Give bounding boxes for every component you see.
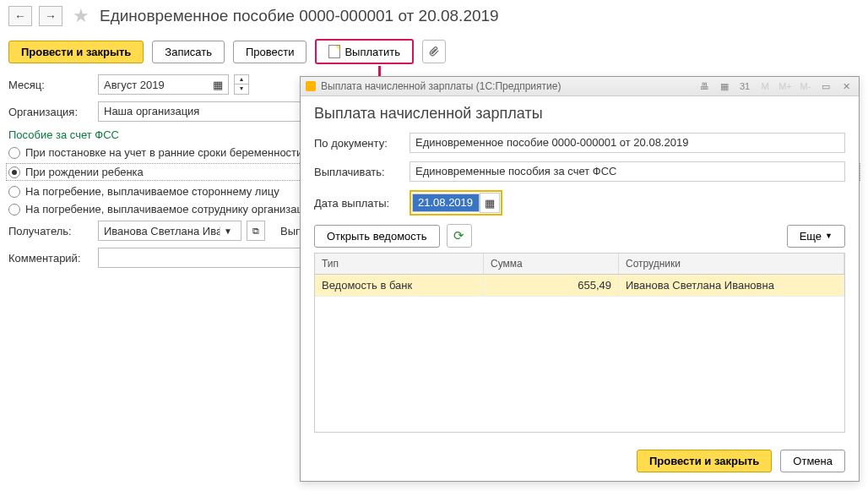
modal-titlebar[interactable]: Выплата начисленной зарплаты (1С:Предпри… [301, 77, 859, 96]
radio-label: На погребение, выплачиваемое сотруднику … [25, 203, 315, 215]
spinner-down-icon[interactable]: ▾ [235, 85, 248, 94]
spinner-up-icon[interactable]: ▴ [235, 75, 248, 85]
favorite-star-icon[interactable]: ★ [73, 5, 90, 27]
org-input[interactable]: Наша организация [98, 101, 312, 122]
nav-back-button[interactable]: ← [8, 6, 32, 26]
cell-type: Ведомость в банк [315, 275, 484, 296]
save-button[interactable]: Записать [152, 41, 225, 63]
recipient-label: Получатель: [8, 225, 93, 237]
app-logo-icon [306, 81, 316, 91]
radio-label: При рождении ребенка [25, 166, 144, 178]
comment-label: Комментарий: [8, 252, 93, 265]
open-list-button[interactable]: Открыть ведомость [314, 225, 440, 248]
refresh-button[interactable]: ⟳ [447, 224, 472, 248]
open-recipient-button[interactable]: ⧉ [247, 221, 265, 241]
memory-mplus-button[interactable]: M+ [778, 79, 793, 93]
more-label: Еще [800, 230, 822, 243]
page-title: Единовременное пособие 0000-000001 от 20… [100, 7, 499, 25]
date-picker-button[interactable]: ▦ [480, 193, 500, 213]
radio-label: При постановке на учет в ранние сроки бе… [25, 146, 302, 159]
table-header: Тип Сумма Сотрудники [315, 254, 844, 275]
chevron-down-icon: ▼ [825, 232, 833, 240]
minimize-icon[interactable]: ▭ [818, 79, 833, 93]
calendar-icon[interactable]: ▦ [213, 79, 223, 91]
doc-input[interactable]: Единовременное пособие 0000-000001 от 20… [410, 133, 845, 153]
calendar-toolbar-icon[interactable]: 31 [737, 79, 752, 93]
date-field-wrap: 21.08.2019 ▦ [410, 190, 502, 215]
modal-window-title: Выплата начисленной зарплаты (1С:Предпри… [321, 80, 561, 92]
dropdown-arrow-icon[interactable]: ▼ [220, 226, 236, 236]
radio-icon [8, 166, 20, 178]
cell-employee: Иванова Светлана Ивановна [619, 275, 844, 296]
payout-modal: Выплата начисленной зарплаты (1С:Предпри… [300, 76, 860, 482]
comment-input[interactable] [98, 248, 312, 268]
payout-table: Тип Сумма Сотрудники Ведомость в банк 65… [314, 253, 845, 433]
month-input[interactable]: Август 2019 ▦ [98, 74, 229, 95]
org-label: Организация: [8, 106, 93, 118]
recipient-input[interactable]: Иванова Светлана Иванов ▼ [98, 221, 241, 241]
modal-heading: Выплата начисленной зарплаты [314, 105, 845, 123]
calc-icon[interactable]: ▦ [717, 79, 732, 93]
post-button[interactable]: Провести [233, 41, 307, 63]
paytype-label: Выплачивать: [314, 166, 403, 178]
document-icon [328, 45, 340, 58]
doc-label: По документу: [314, 137, 403, 150]
radio-icon [8, 186, 20, 198]
more-button[interactable]: Еще ▼ [787, 225, 845, 248]
col-type[interactable]: Тип [315, 254, 484, 274]
radio-icon [8, 147, 20, 159]
radio-label: На погребение, выплачиваемое стороннему … [25, 185, 279, 198]
pay-button[interactable]: Выплатить [315, 39, 414, 64]
memory-mminus-button[interactable]: M- [798, 79, 813, 93]
print-icon[interactable]: 🖶 [697, 79, 712, 93]
post-and-close-button[interactable]: Провести и закрыть [8, 41, 144, 63]
paytype-input[interactable]: Единовременные пособия за счет ФСС [410, 161, 845, 182]
nav-forward-button[interactable]: → [39, 6, 62, 26]
memory-m-button[interactable]: M [757, 79, 773, 93]
month-spinner[interactable]: ▴ ▾ [234, 74, 249, 95]
pay-button-label: Выплатить [344, 46, 400, 58]
cell-sum: 655,49 [484, 275, 619, 296]
col-sum[interactable]: Сумма [484, 254, 619, 274]
modal-post-close-button[interactable]: Провести и закрыть [637, 450, 772, 472]
col-employees[interactable]: Сотрудники [619, 254, 844, 274]
radio-icon [8, 204, 20, 215]
date-input[interactable]: 21.08.2019 [412, 194, 480, 212]
table-row[interactable]: Ведомость в банк 655,49 Иванова Светлана… [315, 275, 844, 297]
recipient-value: Иванова Светлана Иванов [104, 225, 220, 237]
attachment-button[interactable] [422, 40, 446, 63]
modal-cancel-button[interactable]: Отмена [780, 450, 845, 472]
month-label: Месяц: [8, 79, 93, 91]
close-icon[interactable]: ✕ [838, 79, 854, 93]
date-label: Дата выплаты: [314, 197, 403, 210]
month-value: Август 2019 [104, 79, 165, 91]
